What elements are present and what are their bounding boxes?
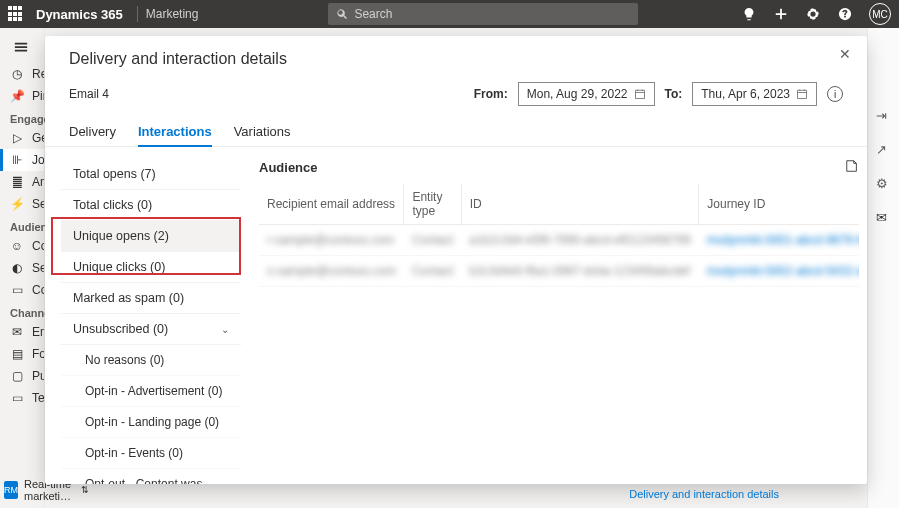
chart-icon: ䷀ [10,175,24,189]
search-placeholder: Search [354,7,392,21]
nav-push[interactable]: ▢Pus [0,365,44,387]
nav-recent[interactable]: ◷Rec [0,63,44,85]
nav-getstarted[interactable]: ▷Get [0,127,44,149]
modal-subbar: Email 4 From: Mon, Aug 29, 2022 To: Thu,… [45,72,867,112]
segment-icon: ◐ [10,261,24,275]
rm-icon: RM [4,481,18,499]
calendar-icon [796,88,808,100]
top-icons: MC [741,3,891,25]
help-icon[interactable] [837,6,853,22]
audience-table: Recipient email address Entity type ID J… [259,184,859,287]
email-name: Email 4 [69,87,109,101]
tab-interactions[interactable]: Interactions [138,118,212,147]
mail-panel-icon[interactable]: ✉ [876,210,892,226]
nav-triggers[interactable]: ⚡Seg [0,193,44,215]
modal-header: Delivery and interaction details ✕ [45,36,867,72]
audience-header: Audience [259,159,859,176]
sub-optin-ev[interactable]: Opt-in - Events (0) [61,438,241,469]
tab-delivery[interactable]: Delivery [69,118,116,146]
nav-consent[interactable]: ▭Cor [0,279,44,301]
left-nav: ◷Rec 📌Pin Engager ▷Get ⊪Jou ䷀Ana ⚡Seg Au… [0,28,45,508]
journey-icon: ⊪ [10,153,24,167]
search-icon [336,8,348,20]
right-rail: ⇥ ↗ ⚙ ✉ [867,28,899,508]
export-icon[interactable] [845,159,859,176]
footer-link[interactable]: Delivery and interaction details [629,488,779,500]
calendar-icon [634,88,646,100]
close-icon[interactable]: ✕ [839,46,851,62]
col-entity[interactable]: Entity type [404,184,461,225]
sub-optin-lp[interactable]: Opt-in - Landing page (0) [61,407,241,438]
metric-total-clicks[interactable]: Total clicks (0) [61,190,241,221]
nav-text[interactable]: ▭Tex [0,387,44,409]
metrics-list: Total opens (7) Total clicks (0) Unique … [61,159,241,476]
to-label: To: [665,87,683,101]
col-email[interactable]: Recipient email address [259,184,404,225]
gear-icon[interactable] [805,6,821,22]
modal-delivery-details: Delivery and interaction details ✕ Email… [45,36,867,484]
nav-segments[interactable]: ◐Seg [0,257,44,279]
chevron-down-icon: ⌄ [221,324,229,335]
metric-unique-opens[interactable]: Unique opens (2) [61,221,241,252]
from-date-picker[interactable]: Mon, Aug 29, 2022 [518,82,655,106]
person-icon: ☺ [10,239,24,253]
nav-contacts[interactable]: ☺Cor [0,235,44,257]
share-icon[interactable]: ↗ [876,142,892,158]
table-row[interactable]: r-sample@contoso.com Contact a1b2c3d4-e5… [259,225,859,256]
settings-icon[interactable]: ⚙ [876,176,892,192]
expand-icon[interactable]: ⇥ [876,108,892,124]
mail-icon: ✉ [10,325,24,339]
tab-variations[interactable]: Variations [234,118,291,146]
card-icon: ▭ [10,283,24,297]
brand-sep [137,6,138,22]
search-input[interactable]: Search [328,3,638,25]
audience-title: Audience [259,160,318,175]
play-icon: ▷ [10,131,24,145]
bolt-icon: ⚡ [10,197,24,211]
col-journey[interactable]: Journey ID [699,184,859,225]
brand: Dynamics 365 [36,7,123,22]
app-launcher-icon[interactable] [8,6,24,22]
top-bar: Dynamics 365 Marketing Search MC [0,0,899,28]
sub-optin-ad[interactable]: Opt-in - Advertisement (0) [61,376,241,407]
nav-forms[interactable]: ▤For [0,343,44,365]
to-date-picker[interactable]: Thu, Apr 6, 2023 [692,82,817,106]
nav-head-aud: Audienc [0,215,44,235]
nav-pinned[interactable]: 📌Pin [0,85,44,107]
nav-analytics[interactable]: ䷀Ana [0,171,44,193]
nav-head-chan: Channel [0,301,44,321]
date-range: From: Mon, Aug 29, 2022 To: Thu, Apr 6, … [474,82,843,106]
sub-optout-irr[interactable]: Opt-out - Content was irrelevant ( [61,469,241,484]
nav-email[interactable]: ✉Em [0,321,44,343]
form-icon: ▤ [10,347,24,361]
chevron-updown-icon: ⇅ [81,485,89,495]
lightbulb-icon[interactable] [741,6,757,22]
modal-body: Total opens (7) Total clicks (0) Unique … [45,147,867,484]
brand-sub: Marketing [146,7,199,21]
hamburger-icon[interactable] [0,34,44,63]
info-icon[interactable]: i [827,86,843,102]
push-icon: ▢ [10,369,24,383]
clock-icon: ◷ [10,67,24,81]
audience-pane: Audience Recipient email address Entity … [241,159,859,476]
table-row[interactable]: s-sample@contoso.com Contact b2c3d4e5-f6… [259,256,859,287]
nav-journeys[interactable]: ⊪Jou [0,149,44,171]
pin-icon: 📌 [10,89,24,103]
nav-head-engage: Engager [0,107,44,127]
metric-unique-clicks[interactable]: Unique clicks (0) [61,252,241,283]
sms-icon: ▭ [10,391,24,405]
plus-icon[interactable] [773,6,789,22]
metric-total-opens[interactable]: Total opens (7) [61,159,241,190]
metric-unsub[interactable]: Unsubscribed (0)⌄ [61,314,241,345]
col-id[interactable]: ID [461,184,699,225]
sub-noreasons[interactable]: No reasons (0) [61,345,241,376]
modal-tabs: Delivery Interactions Variations [45,112,867,147]
avatar[interactable]: MC [869,3,891,25]
metric-spam[interactable]: Marked as spam (0) [61,283,241,314]
from-label: From: [474,87,508,101]
modal-title: Delivery and interaction details [69,50,843,68]
